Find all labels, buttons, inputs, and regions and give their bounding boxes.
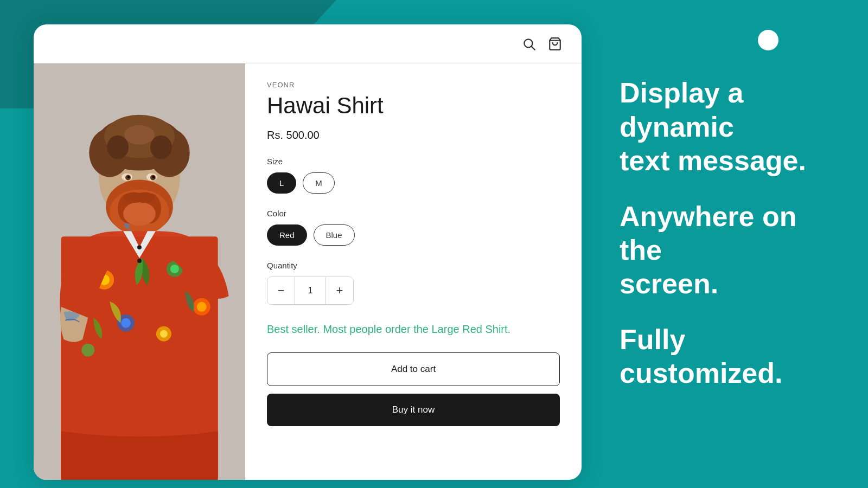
dynamic-message: Best seller. Most people order the Large… (267, 321, 560, 337)
quantity-value: 1 (295, 277, 326, 304)
product-details: VEONR Hawai Shirt Rs. 500.00 Size L M Co… (245, 63, 582, 480)
color-options: Red Blue (267, 224, 560, 246)
svg-point-30 (170, 265, 179, 273)
svg-point-38 (137, 245, 142, 249)
size-label: Size (267, 157, 560, 166)
quantity-control: − 1 + (267, 277, 354, 305)
svg-point-18 (152, 176, 155, 178)
product-card: VEONR Hawai Shirt Rs. 500.00 Size L M Co… (34, 24, 582, 480)
white-dot-decoration (758, 30, 778, 50)
cart-button[interactable] (548, 37, 562, 51)
right-panel-line3: Fully customized. (620, 323, 830, 390)
product-image-area (34, 63, 245, 480)
buy-now-button[interactable]: Buy it now (267, 394, 560, 426)
svg-point-23 (123, 202, 156, 226)
svg-point-32 (121, 318, 131, 328)
card-header (34, 24, 582, 63)
size-option-M[interactable]: M (303, 172, 335, 194)
svg-point-25 (135, 192, 155, 203)
color-label: Color (267, 209, 560, 218)
svg-point-40 (124, 223, 130, 228)
size-option-L[interactable]: L (267, 172, 296, 194)
quantity-label: Quantity (267, 261, 560, 270)
right-panel-line2: Anywhere on the screen. (620, 200, 830, 301)
quantity-decrease-button[interactable]: − (267, 277, 295, 304)
svg-point-35 (81, 344, 94, 357)
right-panel-headline: Display a dynamic text message. Anywhere… (620, 76, 830, 412)
product-title: Hawai Shirt (267, 93, 560, 118)
right-panel-line1: Display a dynamic text message. (620, 76, 830, 177)
quantity-increase-button[interactable]: + (326, 277, 353, 304)
size-options: L M (267, 172, 560, 194)
search-button[interactable] (522, 37, 536, 51)
svg-line-1 (532, 46, 535, 49)
color-option-blue[interactable]: Blue (314, 224, 355, 246)
svg-point-17 (127, 176, 130, 178)
svg-point-34 (160, 330, 168, 338)
svg-point-10 (107, 136, 129, 159)
product-image (34, 63, 245, 480)
add-to-cart-button[interactable]: Add to cart (267, 352, 560, 386)
vendor-label: VEONR (267, 81, 560, 89)
card-body: VEONR Hawai Shirt Rs. 500.00 Size L M Co… (34, 63, 582, 480)
product-price: Rs. 500.00 (267, 129, 560, 142)
svg-point-39 (137, 259, 142, 263)
right-panel: Display a dynamic text message. Anywhere… (582, 43, 868, 444)
color-option-red[interactable]: Red (267, 224, 307, 246)
svg-point-12 (124, 125, 155, 145)
svg-point-11 (150, 136, 172, 159)
svg-point-37 (197, 302, 207, 312)
